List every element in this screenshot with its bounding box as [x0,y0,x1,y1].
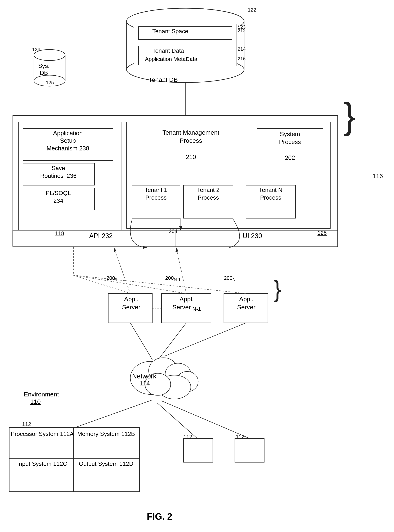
ref-114: 114 [140,380,150,387]
appl-server-1-label: Appl.Server [109,295,153,311]
ref-216: 216 [238,56,246,62]
appl-server-3-label: Appl.Server [224,295,268,311]
ref-125: 125 [46,80,54,86]
tenant-mgmt-label: Tenant ManagementProcess210 [129,128,253,161]
svg-line-50 [75,400,152,427]
tenant-space-label: Tenant Space [152,28,188,35]
svg-text:}: } [343,95,355,136]
svg-point-38 [158,375,191,399]
tenant-data-label: Tenant Data [152,47,184,54]
environment-label: Environment [24,391,59,398]
svg-line-58 [73,275,130,293]
sys-db-label: Sys.DB [38,62,50,77]
svg-line-51 [157,403,197,438]
ref-212: 212 [238,28,246,34]
svg-line-47 [130,323,152,360]
ref-200-n: 200N [224,275,236,282]
ui-label: UI 230 [176,232,328,240]
ref-214: 214 [238,46,246,52]
svg-text:}: } [273,276,281,302]
plsoql-label: PL/SOQL234 [23,189,93,205]
tenant2-process-label: Tenant 2Process [183,186,233,201]
svg-line-49 [165,323,246,356]
tenant-db-label: Tenant DB [149,76,178,83]
app-setup-mechanism-label: ApplicationSetupMechanism 238 [23,129,113,152]
appl-server-2-label: Appl.Server N-1 [162,295,211,312]
svg-rect-43 [183,438,213,462]
svg-line-46 [176,248,186,293]
ref-200-1: 2001 [106,275,117,282]
save-routines-label: SaveRoutines 236 [23,164,93,179]
svg-line-45 [114,248,130,293]
processor-system-label: Processor System 112A [10,430,74,438]
ref-124: 124 [32,47,40,52]
api-label: API 232 [37,232,165,240]
ref-112-terminal2: 112 [236,434,244,440]
tenant1-process-label: Tenant 1Process [132,186,180,201]
output-system-label: Output System 112D [75,460,137,468]
input-system-label: Input System 112C [10,460,74,468]
svg-line-52 [161,401,249,438]
app-metadata-label: Application MetaData [145,56,197,62]
ref-112-main: 112 [22,421,31,427]
svg-rect-44 [235,438,264,462]
ref-112-terminal1: 112 [183,434,192,440]
tenant-db-ref-122: 122 [248,7,256,13]
memory-system-label: Memory System 112B [75,430,137,438]
svg-line-59 [73,275,246,293]
system-process-label: SystemProcess202 [257,130,323,162]
tenantN-process-label: Tenant NProcess [246,186,296,201]
ref-116: 116 [373,172,383,179]
network-label: Network [132,372,156,380]
fig-label: FIG. 2 [147,511,172,522]
ref-110: 110 [30,398,41,405]
svg-point-37 [176,372,198,392]
svg-point-36 [165,363,191,385]
svg-line-48 [160,323,186,358]
ref-200-n1: 200N-1 [165,275,181,282]
